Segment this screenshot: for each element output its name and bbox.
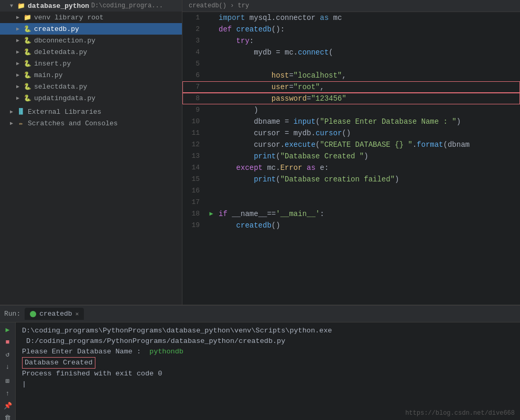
line-gutter bbox=[206, 197, 216, 208]
run-play-button[interactable]: ▶ bbox=[2, 326, 14, 334]
sidebar-item-label: External Libraries bbox=[28, 108, 101, 116]
line-number: 10 bbox=[182, 116, 206, 127]
line-gutter: ▶ bbox=[206, 208, 216, 220]
sidebar: ▼ 📁 database_python D:\coding_progra... … bbox=[0, 0, 182, 305]
expand-arrow-icon: ▶ bbox=[15, 60, 21, 67]
sidebar-item-updatingdata[interactable]: ▶ 🐍 updatingdata.py bbox=[0, 92, 182, 104]
code-line-3: 3 try: bbox=[182, 35, 520, 47]
line-number: 8 bbox=[182, 93, 206, 104]
run-settings-button[interactable]: ⊞ bbox=[2, 377, 14, 385]
scratches-icon: ✏ bbox=[17, 119, 25, 127]
python-tab-icon bbox=[30, 311, 36, 317]
line-gutter bbox=[206, 185, 216, 197]
sidebar-item-label: dbconnection.py bbox=[34, 37, 95, 45]
expand-arrow-icon: ▶ bbox=[15, 49, 21, 55]
output-line-1: D:\coding_programs\PythonPrograms\databa… bbox=[22, 326, 514, 336]
line-content: except mc.Error as e: bbox=[216, 162, 520, 174]
line-content bbox=[216, 197, 520, 208]
line-gutter bbox=[206, 58, 216, 70]
run-arrow-icon: ▶ bbox=[209, 208, 213, 220]
line-number: 17 bbox=[182, 197, 206, 208]
sidebar-item-label: deletedata.py bbox=[34, 48, 87, 56]
python-file-icon: 🐍 bbox=[23, 82, 31, 91]
sidebar-item-dbconnection[interactable]: ▶ 🐍 dbconnection.py bbox=[0, 35, 182, 46]
code-line-8: 8 password="123456" bbox=[182, 93, 520, 104]
line-gutter bbox=[206, 70, 216, 81]
line-number: 16 bbox=[182, 185, 206, 197]
sidebar-item-venv[interactable]: ▶ 📁 venv library root bbox=[0, 12, 182, 23]
run-pin-button[interactable]: 📌 bbox=[2, 402, 14, 410]
code-lines: 1 import mysql.connector as mc 2 def cre… bbox=[182, 12, 520, 231]
sidebar-item-label: createdb.py bbox=[34, 25, 79, 33]
sidebar-item-main[interactable]: ▶ 🐍 main.py bbox=[0, 69, 182, 81]
line-gutter bbox=[206, 12, 216, 24]
expand-arrow-icon: ▶ bbox=[15, 95, 21, 101]
output-line-3: Please Enter Database Name : pythondb bbox=[22, 347, 514, 357]
line-number: 4 bbox=[182, 47, 206, 58]
expand-arrow-icon: ▶ bbox=[15, 37, 21, 44]
run-panel: Run: createdb ✕ ▶ ■ ↺ ↓ ⊞ ↑ 📌 🗑 ⊡ D:\cod… bbox=[0, 305, 520, 420]
line-gutter bbox=[206, 116, 216, 127]
output-line-database-created: Database Created bbox=[22, 357, 514, 369]
sidebar-item-label: insert.py bbox=[34, 60, 71, 68]
line-number: 13 bbox=[182, 150, 206, 162]
line-content: host="localhost", bbox=[216, 70, 520, 81]
line-gutter bbox=[206, 81, 216, 93]
line-number: 12 bbox=[182, 139, 206, 150]
line-content: cursor = mydb.cursor() bbox=[216, 127, 520, 139]
sidebar-item-scratches[interactable]: ▶ ✏ Scratches and Consoles bbox=[0, 117, 182, 129]
run-label: Run: bbox=[4, 310, 20, 318]
database-created-text: Database Created bbox=[22, 357, 95, 369]
line-content: if __name__=='__main__': bbox=[216, 208, 520, 220]
code-line-12: 12 cursor.execute("CREATE DATABASE {} ".… bbox=[182, 139, 520, 150]
line-number: 6 bbox=[182, 70, 206, 81]
run-trash-button[interactable]: 🗑 bbox=[2, 414, 14, 420]
editor-area: createdb() › try 1 import mysql.connecto… bbox=[182, 0, 520, 305]
sidebar-item-selectdata[interactable]: ▶ 🐍 selectdata.py bbox=[0, 81, 182, 92]
sidebar-item-createdb[interactable]: ▶ 🐍 createdb.py bbox=[0, 23, 182, 35]
code-line-16: 16 bbox=[182, 185, 520, 197]
run-stop-button[interactable]: ■ bbox=[2, 338, 14, 346]
run-tab-createdb[interactable]: createdb ✕ bbox=[25, 308, 84, 320]
sidebar-item-label: Scratches and Consoles bbox=[28, 120, 118, 127]
sidebar-folder-label: database_python bbox=[28, 2, 89, 10]
line-gutter bbox=[206, 47, 216, 58]
run-rerun-button[interactable]: ↺ bbox=[2, 350, 14, 359]
line-number: 15 bbox=[182, 174, 206, 185]
run-scroll-up-button[interactable]: ↑ bbox=[2, 390, 14, 397]
expand-arrow-icon: ▶ bbox=[8, 120, 15, 126]
watermark: https://blog.csdn.net/dive668 bbox=[405, 410, 515, 417]
line-content: createdb() bbox=[216, 220, 520, 231]
output-cursor: | bbox=[22, 379, 514, 390]
run-sidebar: ▶ ■ ↺ ↓ ⊞ ↑ 📌 🗑 ⊡ bbox=[0, 322, 16, 420]
run-scroll-down-button[interactable]: ↓ bbox=[2, 363, 14, 371]
output-line-2: D:/coding_programs/PythonPrograms/databa… bbox=[22, 336, 514, 347]
line-content: print("Database creation failed") bbox=[216, 174, 520, 185]
line-content bbox=[216, 185, 520, 197]
expand-arrow-icon: ▶ bbox=[15, 72, 21, 78]
python-file-icon: 🐍 bbox=[23, 71, 31, 79]
sidebar-path: D:\coding_progra... bbox=[91, 2, 163, 9]
sidebar-item-deletedata[interactable]: ▶ 🐍 deletedata.py bbox=[0, 46, 182, 58]
code-line-5: 5 bbox=[182, 58, 520, 70]
sidebar-item-database-python[interactable]: ▼ 📁 database_python D:\coding_progra... bbox=[0, 0, 182, 12]
line-content: password="123456" bbox=[216, 93, 520, 104]
close-tab-icon[interactable]: ✕ bbox=[75, 310, 79, 317]
run-output: D:\coding_programs\PythonPrograms\databa… bbox=[16, 322, 520, 420]
main-container: ▼ 📁 database_python D:\coding_progra... … bbox=[0, 0, 520, 305]
line-content: user="root", bbox=[216, 81, 520, 93]
sidebar-item-insert[interactable]: ▶ 🐍 insert.py bbox=[0, 58, 182, 69]
run-tab-label: createdb bbox=[39, 310, 72, 318]
sidebar-item-external-libraries[interactable]: ▶ ▐▌ External Libraries bbox=[0, 106, 182, 117]
line-number: 18 bbox=[182, 208, 206, 220]
code-line-10: 10 dbname = input("Please Enter Database… bbox=[182, 116, 520, 127]
code-line-18: 18 ▶ if __name__=='__main__': bbox=[182, 208, 520, 220]
breadcrumb: createdb() › try bbox=[182, 0, 520, 12]
line-gutter bbox=[206, 127, 216, 139]
line-gutter bbox=[206, 220, 216, 231]
line-number: 2 bbox=[182, 24, 206, 35]
line-number: 11 bbox=[182, 127, 206, 139]
run-content: ▶ ■ ↺ ↓ ⊞ ↑ 📌 🗑 ⊡ D:\coding_programs\Pyt… bbox=[0, 322, 520, 420]
expand-arrow-icon: ▶ bbox=[15, 14, 21, 20]
code-line-4: 4 mydb = mc.connect( bbox=[182, 47, 520, 58]
